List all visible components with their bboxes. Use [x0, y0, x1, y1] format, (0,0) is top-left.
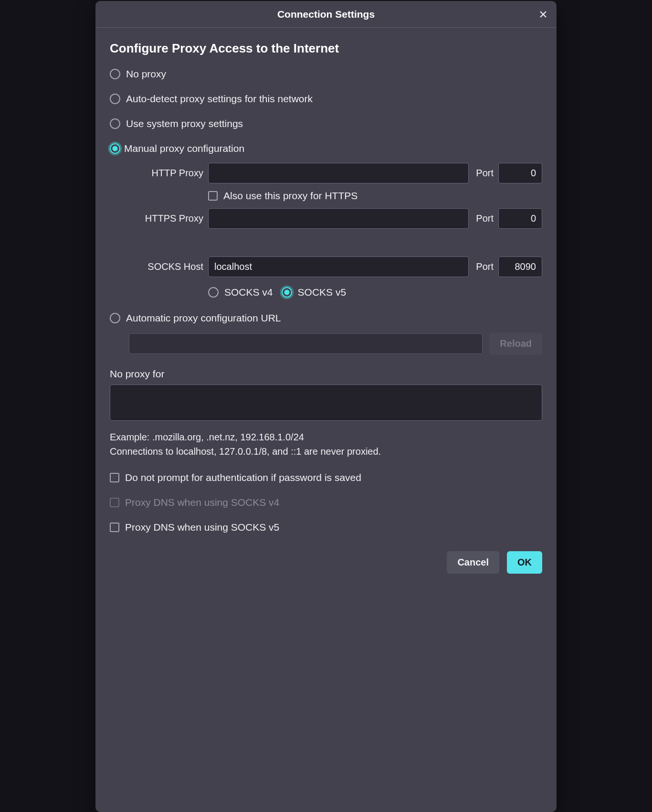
- auto-config-url-input[interactable]: [129, 333, 483, 354]
- manual-proxy-form: HTTP Proxy Port Also use this proxy for …: [129, 163, 542, 298]
- socks-version-group: SOCKS v4 SOCKS v5: [208, 287, 542, 298]
- radio-auto-detect[interactable]: Auto-detect proxy settings for this netw…: [110, 93, 542, 105]
- auto-config-url-row: Reload: [129, 332, 542, 355]
- dialog-content: Configure Proxy Access to the Internet N…: [95, 28, 557, 551]
- radio-manual-proxy[interactable]: Manual proxy configuration: [110, 143, 542, 154]
- checkbox-no-auth-prompt[interactable]: Do not prompt for authentication if pass…: [110, 472, 542, 483]
- radio-system-proxy[interactable]: Use system proxy settings: [110, 118, 542, 129]
- radio-label: Auto-detect proxy settings for this netw…: [126, 93, 313, 105]
- no-proxy-example: Example: .mozilla.org, .net.nz, 192.168.…: [110, 430, 542, 444]
- radio-label: SOCKS v4: [224, 287, 273, 298]
- radio-socks-v4[interactable]: [208, 287, 219, 298]
- https-port-input[interactable]: [498, 208, 542, 229]
- port-label: Port: [472, 261, 495, 272]
- radio-label: Manual proxy configuration: [124, 143, 244, 154]
- checkbox-proxy-dns-v5[interactable]: Proxy DNS when using SOCKS v5: [110, 522, 542, 533]
- radio-icon: [110, 94, 120, 104]
- radio-icon: [110, 143, 120, 154]
- radio-label: Automatic proxy configuration URL: [126, 312, 281, 324]
- radio-icon: [110, 118, 120, 129]
- socks-port-input[interactable]: [498, 256, 542, 277]
- checkbox-proxy-dns-v4: Proxy DNS when using SOCKS v4: [110, 497, 542, 508]
- dialog-actions: Cancel OK: [95, 551, 557, 574]
- dialog-titlebar: Connection Settings: [95, 1, 557, 28]
- radio-label: SOCKS v5: [298, 287, 347, 298]
- http-proxy-input[interactable]: [208, 163, 469, 183]
- socks-host-label: SOCKS Host: [129, 261, 205, 272]
- reload-button[interactable]: Reload: [489, 332, 542, 355]
- no-proxy-note: Connections to localhost, 127.0.0.1/8, a…: [110, 444, 542, 459]
- checkbox-label: Proxy DNS when using SOCKS v4: [125, 497, 279, 508]
- no-proxy-help: Example: .mozilla.org, .net.nz, 192.168.…: [110, 430, 542, 459]
- dialog-title: Connection Settings: [277, 9, 375, 20]
- checkbox-label: Proxy DNS when using SOCKS v5: [125, 522, 279, 533]
- radio-label: Use system proxy settings: [126, 118, 243, 129]
- https-proxy-label: HTTPS Proxy: [129, 213, 205, 224]
- checkbox-label: Also use this proxy for HTTPS: [223, 190, 358, 202]
- no-proxy-for-textarea[interactable]: [110, 385, 542, 421]
- ok-button[interactable]: OK: [507, 551, 542, 574]
- section-heading: Configure Proxy Access to the Internet: [110, 41, 542, 56]
- port-label: Port: [472, 168, 495, 179]
- radio-no-proxy[interactable]: No proxy: [110, 68, 542, 80]
- socks-host-input[interactable]: [208, 256, 469, 277]
- radio-icon: [110, 69, 120, 79]
- checkbox-icon: [110, 473, 119, 482]
- cancel-button[interactable]: Cancel: [447, 551, 499, 574]
- radio-socks-v5[interactable]: [282, 287, 292, 298]
- bottom-checkbox-group: Do not prompt for authentication if pass…: [110, 472, 542, 533]
- port-label: Port: [472, 213, 495, 224]
- connection-settings-dialog: Connection Settings Configure Proxy Acce…: [95, 1, 557, 812]
- radio-auto-config-url[interactable]: Automatic proxy configuration URL: [110, 312, 542, 324]
- also-use-https-checkbox[interactable]: Also use this proxy for HTTPS: [208, 190, 542, 202]
- no-proxy-for-label: No proxy for: [110, 368, 542, 380]
- checkbox-icon: [208, 191, 218, 201]
- http-proxy-label: HTTP Proxy: [129, 168, 205, 179]
- checkbox-icon: [110, 498, 119, 507]
- radio-icon: [110, 313, 120, 323]
- http-port-input[interactable]: [498, 163, 542, 183]
- https-proxy-input[interactable]: [208, 208, 469, 229]
- close-button[interactable]: [536, 7, 551, 22]
- checkbox-icon: [110, 523, 119, 532]
- close-icon: [539, 10, 547, 19]
- radio-label: No proxy: [126, 68, 166, 80]
- checkbox-label: Do not prompt for authentication if pass…: [125, 472, 361, 483]
